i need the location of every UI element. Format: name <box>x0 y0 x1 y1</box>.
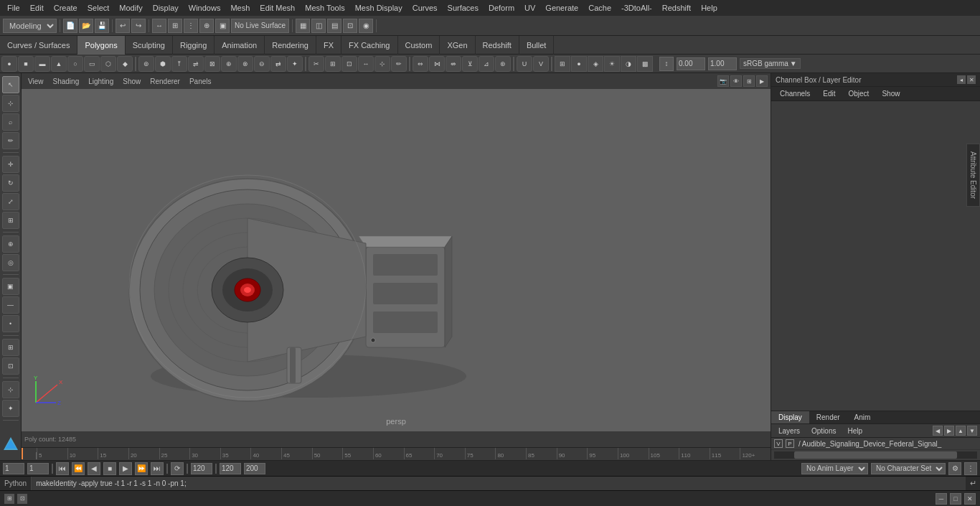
3d-scene[interactable]: persp X Y Z <box>22 89 771 431</box>
combine-ico[interactable]: ⋈ <box>429 56 445 72</box>
play-fwd-btn[interactable]: ▶ <box>119 462 132 475</box>
multi-select-btn[interactable]: ⊹ <box>2 95 19 112</box>
lasso-btn[interactable]: ⌕ <box>2 113 19 131</box>
cb-tab-object[interactable]: Object <box>843 88 875 99</box>
wireframe-ico[interactable]: ⊞ <box>555 56 570 72</box>
tick-65[interactable]: 65 <box>404 448 435 459</box>
boolean-ico[interactable]: ⊻ <box>462 56 478 72</box>
layers-opt-options[interactable]: Options <box>807 426 840 436</box>
tick-75[interactable]: 75 <box>465 448 496 459</box>
paint-btn[interactable]: ✏ <box>2 132 19 149</box>
cb-tab-channels[interactable]: Channels <box>774 88 816 99</box>
smooth-ico[interactable]: ⊚ <box>138 56 154 72</box>
save-icon[interactable]: 💾 <box>95 19 109 33</box>
loop-btn[interactable]: ⟳ <box>171 462 184 475</box>
menu-generate[interactable]: Generate <box>541 2 583 14</box>
transform-type-ico[interactable]: ↕ <box>659 57 674 71</box>
menu-display[interactable]: Display <box>149 2 183 14</box>
hide-icon[interactable]: 👁 <box>730 75 742 87</box>
tick-120[interactable]: 120+ <box>740 448 771 459</box>
plane-ico[interactable]: ▭ <box>84 56 100 72</box>
tick-30[interactable]: 30 <box>189 448 220 459</box>
close-btn[interactable]: ✕ <box>964 493 976 505</box>
move-tool-btn[interactable]: ✛ <box>2 156 19 173</box>
sphere-ico[interactable]: ● <box>1 56 17 72</box>
skip-to-end-btn[interactable]: ⏭ <box>151 462 164 475</box>
tl-current-marker[interactable] <box>22 448 36 459</box>
transform-tool-btn[interactable]: ⊞ <box>2 212 19 229</box>
menu-mesh-display[interactable]: Mesh Display <box>351 2 407 14</box>
layers-opt-help[interactable]: Help <box>843 426 867 436</box>
cleanup-ico[interactable]: ⊛ <box>495 56 511 72</box>
uv-ico[interactable]: U <box>517 56 532 72</box>
render2-icon[interactable]: ◫ <box>311 19 326 33</box>
tab-xgen[interactable]: XGen <box>440 36 475 55</box>
component-edge-btn[interactable]: — <box>2 296 19 314</box>
layer-nav-down[interactable]: ▼ <box>967 426 977 436</box>
open-icon[interactable]: 📂 <box>79 19 93 33</box>
minimize-btn[interactable]: ─ <box>936 493 947 505</box>
icon-group2-btn[interactable]: ✦ <box>2 400 19 417</box>
platonic-ico[interactable]: ◆ <box>117 56 133 72</box>
menu-help[interactable]: Help <box>697 2 722 14</box>
skip-to-start-btn[interactable]: ⏮ <box>56 462 69 475</box>
menu-modify[interactable]: Modify <box>115 2 146 14</box>
colorspace-select[interactable]: sRGB gamma ▼ <box>740 58 801 69</box>
multi-cut-ico[interactable]: ✂ <box>308 56 324 72</box>
layer-tab-display[interactable]: Display <box>771 411 809 423</box>
anim-layer-select[interactable]: No Anim Layer <box>801 463 868 474</box>
extrude-ico[interactable]: ⤒ <box>171 56 187 72</box>
tick-110[interactable]: 110 <box>679 448 710 459</box>
tick-90[interactable]: 90 <box>557 448 588 459</box>
tick-15[interactable]: 15 <box>98 448 128 459</box>
menu-mesh[interactable]: Mesh <box>226 2 254 14</box>
grid-layout-btn[interactable]: ⊞ <box>2 339 19 356</box>
step-fwd-btn[interactable]: ⏩ <box>135 462 148 475</box>
live-surface-btn[interactable]: No Live Surface <box>231 19 289 33</box>
step-back-btn[interactable]: ⏪ <box>72 462 85 475</box>
bridge-ico[interactable]: ⇌ <box>188 56 204 72</box>
snap-icon[interactable]: ⊞ <box>168 19 182 33</box>
layer-nav-up[interactable]: ▲ <box>956 426 966 436</box>
tick-5[interactable]: 5 <box>37 448 67 459</box>
frame-end-input[interactable] <box>220 463 241 474</box>
layer-name-label[interactable]: Audible_Signaling_Device_Federal_Signal_ <box>802 440 977 448</box>
tab-polygons[interactable]: Polygons <box>77 36 125 55</box>
tick-20[interactable]: 20 <box>128 448 159 459</box>
command-input[interactable] <box>32 477 966 490</box>
poke-ico[interactable]: ✦ <box>287 56 303 72</box>
render4-icon[interactable]: ⊡ <box>343 19 357 33</box>
3d-viewport[interactable]: View Shading Lighting Show Renderer Pane… <box>22 73 771 447</box>
tick-50[interactable]: 50 <box>312 448 343 459</box>
transform-icon[interactable]: ↔ <box>152 19 166 33</box>
tick-105[interactable]: 105 <box>649 448 679 459</box>
maximize-btn[interactable]: □ <box>950 493 961 505</box>
tab-fx-caching[interactable]: FX Caching <box>341 36 397 55</box>
layer-scrollbar-h[interactable] <box>774 451 977 459</box>
bevel-ico[interactable]: ⬢ <box>155 56 171 72</box>
tab-animation[interactable]: Animation <box>215 36 265 55</box>
separate-ico[interactable]: ⇎ <box>446 56 461 72</box>
menu-windows[interactable]: Windows <box>184 2 225 14</box>
layer-vis-v[interactable]: V <box>774 439 783 448</box>
vp-show-menu[interactable]: Show <box>119 77 144 86</box>
playback-end-input[interactable] <box>191 463 212 474</box>
mode-select[interactable]: Modeling <box>3 19 57 33</box>
component-vert-btn[interactable]: • <box>2 315 19 332</box>
redo-icon[interactable]: ↪ <box>131 19 146 33</box>
menu-file[interactable]: File <box>3 2 24 14</box>
sculpt-ico[interactable]: ✏ <box>391 56 407 72</box>
reduce-ico[interactable]: ⊿ <box>479 56 494 72</box>
menu-create[interactable]: Create <box>50 2 82 14</box>
channel-box-expand-btn[interactable]: ◂ <box>957 75 966 84</box>
select-tool-btn[interactable]: ↖ <box>2 76 19 93</box>
iso-icon[interactable]: ⊞ <box>743 75 755 87</box>
cone-ico[interactable]: ▲ <box>51 56 67 72</box>
snap-btn[interactable]: ◎ <box>2 254 19 271</box>
component-face-btn[interactable]: ▣ <box>2 278 19 295</box>
tab-sculpting[interactable]: Sculpting <box>126 36 173 55</box>
weld-ico[interactable]: ⊖ <box>254 56 270 72</box>
layer-nav-back[interactable]: ◀ <box>933 426 943 436</box>
tab-bullet[interactable]: Bullet <box>519 36 555 55</box>
tab-rendering[interactable]: Rendering <box>265 36 316 55</box>
